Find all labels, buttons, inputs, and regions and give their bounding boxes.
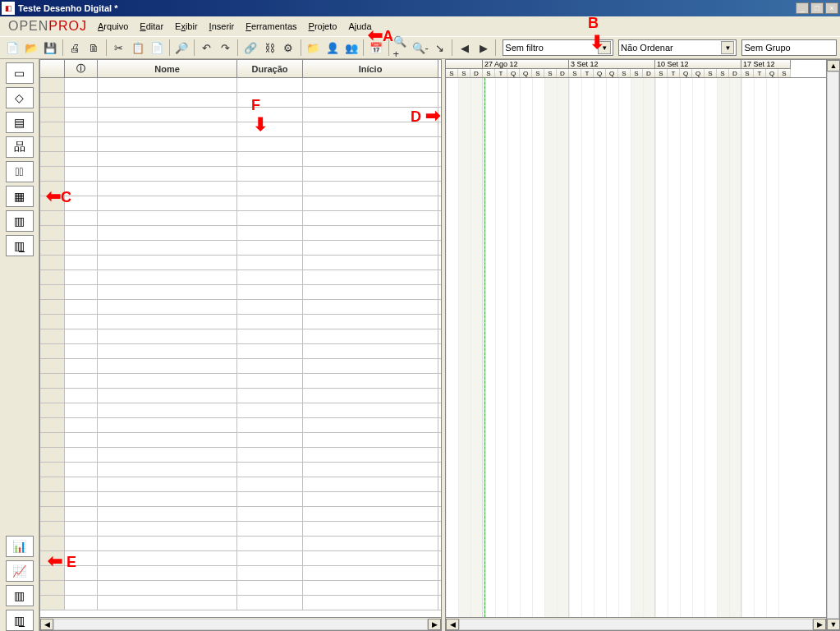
- undo-icon[interactable]: ↶: [198, 39, 215, 57]
- gantt-view-icon[interactable]: ▭: [6, 62, 34, 84]
- chevron-down-icon[interactable]: ▼: [721, 41, 734, 54]
- col-info[interactable]: ⓘ: [65, 60, 98, 77]
- table-row[interactable]: [40, 374, 441, 389]
- col-rownum[interactable]: [40, 60, 65, 77]
- close-button[interactable]: ×: [825, 2, 838, 14]
- table-body[interactable]: [40, 78, 441, 617]
- maximize-button[interactable]: □: [810, 2, 824, 14]
- sort-combo[interactable]: Não Ordenar ▼: [618, 39, 737, 56]
- wbs-view-icon[interactable]: 品: [6, 136, 34, 158]
- open-icon[interactable]: 📂: [22, 39, 39, 57]
- group-combo[interactable]: Sem Grupo: [741, 39, 837, 56]
- table-row[interactable]: [40, 226, 441, 241]
- table-row[interactable]: [40, 256, 441, 270]
- table-row[interactable]: [40, 196, 441, 211]
- table-row[interactable]: [40, 329, 441, 344]
- table-row[interactable]: [40, 507, 441, 522]
- scroll-up-icon[interactable]: ▲: [827, 60, 840, 71]
- table-row[interactable]: [40, 596, 441, 610]
- menu-ferramentas[interactable]: Ferramentas: [240, 20, 302, 33]
- redo-icon[interactable]: ↷: [217, 39, 234, 57]
- report-view-icon[interactable]: ▦: [6, 186, 34, 207]
- table-row[interactable]: [40, 418, 441, 433]
- col-duracao[interactable]: Duração: [237, 60, 303, 77]
- scroll-down-icon[interactable]: ▼: [827, 619, 840, 630]
- table-row[interactable]: [40, 344, 441, 359]
- minimize-button[interactable]: _: [796, 2, 809, 14]
- save-icon[interactable]: 💾: [41, 39, 58, 57]
- resource-usage-detail-icon[interactable]: ▥̲: [6, 610, 34, 631]
- table-row[interactable]: [40, 551, 441, 566]
- menu-exibir[interactable]: Exibir: [169, 20, 204, 33]
- table-row[interactable]: [40, 300, 441, 315]
- menu-inserir[interactable]: Inserir: [204, 20, 241, 33]
- table-row[interactable]: [40, 463, 441, 477]
- resource-usage-icon[interactable]: ▥̲: [6, 235, 34, 256]
- resources-view-icon[interactable]: ▤: [6, 112, 34, 133]
- zoom-out-icon[interactable]: 🔍-: [411, 39, 429, 57]
- menu-ajuda[interactable]: Ajuda: [342, 20, 377, 33]
- gantt-body[interactable]: [446, 78, 826, 617]
- table-row[interactable]: [40, 522, 441, 537]
- assign-icon[interactable]: 👥: [342, 39, 360, 57]
- scroll-track[interactable]: [827, 71, 839, 619]
- scroll-right-icon[interactable]: ▶: [813, 619, 826, 630]
- new-icon[interactable]: 📄: [3, 39, 21, 57]
- rbs-view-icon[interactable]: 品̲: [6, 161, 34, 182]
- table-row[interactable]: [40, 581, 441, 596]
- col-nome[interactable]: Nome: [98, 60, 237, 77]
- scroll-left-icon[interactable]: ◀: [40, 619, 53, 630]
- table-row[interactable]: [40, 537, 441, 551]
- cut-icon[interactable]: ✂: [110, 39, 127, 57]
- print-icon[interactable]: 🖨: [67, 39, 84, 57]
- table-row[interactable]: [40, 315, 441, 329]
- table-row[interactable]: [40, 433, 441, 448]
- paste-icon[interactable]: 📄: [148, 39, 165, 57]
- charts-icon[interactable]: 📈: [6, 560, 34, 582]
- print-preview-icon[interactable]: 🗎: [85, 39, 103, 57]
- goto-icon[interactable]: ↘: [431, 39, 448, 57]
- col-inicio[interactable]: Início: [303, 60, 438, 77]
- table-row[interactable]: [40, 389, 441, 403]
- table-row[interactable]: [40, 403, 441, 418]
- table-row[interactable]: [40, 152, 441, 167]
- menu-projeto[interactable]: Projeto: [303, 20, 343, 33]
- task-usage-icon[interactable]: ▥: [6, 210, 34, 232]
- filter-combo[interactable]: Sem filtro ▼: [503, 39, 613, 56]
- table-row[interactable]: [40, 566, 441, 581]
- network-icon[interactable]: ⚙: [280, 39, 297, 57]
- find-icon[interactable]: 🔎: [173, 39, 190, 57]
- copy-icon[interactable]: 📋: [129, 39, 146, 57]
- table-row[interactable]: [40, 108, 441, 122]
- unlink-icon[interactable]: ⛓: [260, 39, 278, 57]
- menu-editar[interactable]: Editar: [134, 20, 169, 33]
- table-row[interactable]: [40, 241, 441, 256]
- table-row[interactable]: [40, 359, 441, 374]
- link-icon[interactable]: 🔗: [241, 39, 259, 57]
- menu-arquivo[interactable]: Arquivo: [92, 20, 134, 33]
- table-row[interactable]: [40, 270, 441, 285]
- table-row[interactable]: [40, 137, 441, 152]
- table-row[interactable]: [40, 167, 441, 182]
- task-usage-detail-icon[interactable]: ▥: [6, 585, 34, 606]
- gantt-hscroll[interactable]: ◀ ▶: [446, 617, 826, 630]
- scroll-track[interactable]: [459, 619, 813, 630]
- network-view-icon[interactable]: ◇: [6, 87, 34, 108]
- table-row[interactable]: [40, 211, 441, 226]
- scroll-track[interactable]: [53, 619, 428, 630]
- gantt-vscroll[interactable]: ▲ ▼: [826, 60, 839, 630]
- zoom-in-icon[interactable]: 🔍+: [392, 39, 410, 57]
- table-hscroll[interactable]: ◀ ▶: [40, 617, 441, 630]
- resource-icon[interactable]: 👤: [324, 39, 341, 57]
- table-row[interactable]: [40, 93, 441, 108]
- table-row[interactable]: [40, 78, 441, 93]
- table-row[interactable]: [40, 477, 441, 492]
- table-row[interactable]: [40, 492, 441, 507]
- folder-icon[interactable]: 📁: [305, 39, 322, 57]
- prev-icon[interactable]: ◀: [456, 39, 473, 57]
- calendar-icon[interactable]: 📅: [367, 39, 384, 57]
- table-row[interactable]: [40, 285, 441, 300]
- chevron-down-icon[interactable]: ▼: [598, 41, 611, 54]
- scroll-left-icon[interactable]: ◀: [446, 619, 459, 630]
- next-icon[interactable]: ▶: [475, 39, 492, 57]
